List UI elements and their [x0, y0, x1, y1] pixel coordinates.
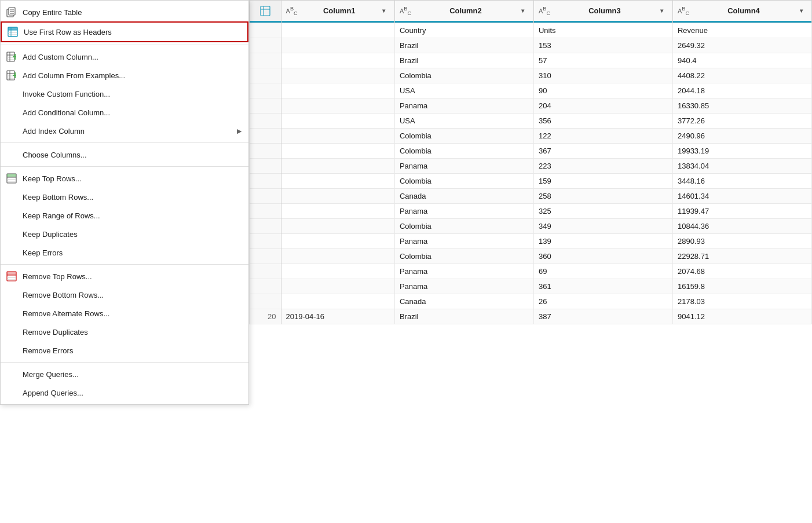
no-icon [5, 191, 18, 203]
menu-separator [1, 166, 248, 167]
table-cell: 2178.03 [672, 294, 811, 309]
menu-item-keep-range-rows[interactable]: Keep Range of Rows... [1, 206, 248, 225]
table-cell: 361 [533, 279, 672, 294]
table-cell: 159 [533, 174, 672, 189]
menu-item-remove-errors[interactable]: Remove Errors [1, 341, 248, 360]
row-num [250, 249, 281, 264]
menu-item-keep-top-rows[interactable]: Keep Top Rows... [1, 169, 248, 188]
table-row: USA3563772.26 [250, 114, 812, 129]
menu-label-keep-top-rows: Keep Top Rows... [23, 174, 242, 183]
col-header-col4: ABC Column4 ▾ [672, 1, 811, 23]
table-row: Colombia1593448.16 [250, 174, 812, 189]
col2-type: ABC [400, 6, 411, 16]
add-col-examples-icon [5, 69, 18, 82]
menu-separator [1, 264, 248, 265]
menu-item-invoke-custom-fn[interactable]: Invoke Custom Function... [1, 85, 248, 103]
svg-rect-26 [7, 174, 16, 177]
menu-label-remove-bottom-rows: Remove Bottom Rows... [23, 291, 242, 299]
col-header-col1: ABC Column1 ▾ [281, 1, 394, 23]
table-cell [281, 204, 394, 219]
menu-label-add-custom-col: Add Custom Column... [23, 53, 242, 61]
menu-item-copy-table[interactable]: Copy Entire Table [1, 3, 248, 21]
menu-item-keep-bottom-rows[interactable]: Keep Bottom Rows... [1, 188, 248, 206]
no-icon [5, 106, 18, 119]
table-cell [281, 83, 394, 98]
menu-item-remove-bottom-rows[interactable]: Remove Bottom Rows... [1, 286, 248, 304]
table-row: Brazil57940.4 [250, 53, 812, 68]
menu-item-keep-duplicates[interactable]: Keep Duplicates [1, 225, 248, 243]
menu-label-append-queries: Append Queries... [23, 389, 242, 397]
menu-label-keep-errors: Keep Errors [23, 248, 242, 257]
menu-label-merge-queries: Merge Queries... [23, 370, 242, 379]
menu-label-copy-table: Copy Entire Table [23, 8, 242, 17]
menu-label-add-index-col: Add Index Column [23, 127, 237, 136]
table-cell [281, 174, 394, 189]
row-num [250, 264, 281, 279]
table-cell: 204 [533, 98, 672, 114]
col-header-col2: ABC Column2 ▾ [394, 1, 533, 23]
table-cell: 9041.12 [672, 309, 811, 324]
col2-dropdown[interactable]: ▾ [517, 5, 529, 17]
no-icon [5, 344, 18, 357]
menu-item-remove-duplicates[interactable]: Remove Duplicates [1, 323, 248, 341]
menu-item-add-col-examples[interactable]: Add Column From Examples... [1, 66, 248, 85]
menu-separator [1, 362, 248, 363]
table-cell: Colombia [394, 174, 533, 189]
table-cell: 325 [533, 204, 672, 219]
table-cell [281, 264, 394, 279]
table-cell: Canada [394, 294, 533, 309]
menu-item-merge-queries[interactable]: Merge Queries... [1, 365, 248, 383]
table-row: Brazil1532649.32 [250, 38, 812, 53]
table-cell [281, 189, 394, 204]
menu-item-add-conditional-col[interactable]: Add Conditional Column... [1, 103, 248, 122]
table-row: Colombia1222490.96 [250, 129, 812, 144]
menu-label-use-first-row: Use First Row as Headers [24, 28, 240, 36]
col-header-col3: ABC Column3 ▾ [533, 1, 672, 23]
table-row: Panama32511939.47 [250, 204, 812, 219]
menu-label-invoke-custom-fn: Invoke Custom Function... [23, 90, 242, 98]
menu-item-remove-top-rows[interactable]: Remove Top Rows... [1, 267, 248, 286]
menu-label-choose-cols: Choose Columns... [23, 151, 242, 159]
table-cell: 19933.19 [672, 144, 811, 159]
table-cell: Units [533, 23, 672, 38]
col3-dropdown[interactable]: ▾ [656, 5, 668, 17]
table-cell: 26 [533, 294, 672, 309]
table-cell [281, 68, 394, 83]
table-row: Colombia36719933.19 [250, 144, 812, 159]
svg-rect-35 [261, 6, 270, 16]
table-cell: Canada [394, 189, 533, 204]
menu-item-keep-errors[interactable]: Keep Errors [1, 243, 248, 262]
table-cell: 2074.68 [672, 264, 811, 279]
table-row: Colombia3104408.22 [250, 68, 812, 83]
table-row: Colombia36022928.71 [250, 249, 812, 264]
row-num [250, 204, 281, 219]
table-cell [281, 249, 394, 264]
data-table-wrapper: ABC Column1 ▾ ABC Column2 ▾ [249, 0, 812, 523]
no-icon [5, 209, 18, 222]
table-row: Panama22313834.04 [250, 159, 812, 174]
col-header-rownum [250, 1, 281, 23]
table-cell: 258 [533, 189, 672, 204]
row-num [250, 23, 281, 38]
menu-label-keep-range-rows: Keep Range of Rows... [23, 211, 242, 220]
table-cell: 2490.96 [672, 129, 811, 144]
menu-item-choose-cols[interactable]: Choose Columns... [1, 145, 248, 164]
table-cell: 223 [533, 159, 672, 174]
table-cell: 367 [533, 144, 672, 159]
menu-item-append-queries[interactable]: Append Queries... [1, 383, 248, 402]
menu-item-add-custom-col[interactable]: Add Custom Column... [1, 47, 248, 66]
row-num [250, 129, 281, 144]
no-icon [5, 368, 18, 381]
table-row: Panama1392890.93 [250, 234, 812, 249]
table-cell [281, 279, 394, 294]
menu-item-remove-alternate-rows[interactable]: Remove Alternate Rows... [1, 304, 248, 323]
col1-dropdown[interactable]: ▾ [378, 5, 390, 17]
table-cell: 2890.93 [672, 234, 811, 249]
menu-label-remove-alternate-rows: Remove Alternate Rows... [23, 309, 242, 318]
menu-item-add-index-col[interactable]: Add Index Column▶ [1, 122, 248, 140]
table-cell [281, 144, 394, 159]
menu-item-use-first-row[interactable]: Use First Row as Headers [1, 21, 248, 42]
col4-dropdown[interactable]: ▾ [795, 5, 807, 17]
row-num [250, 144, 281, 159]
table-cell: 356 [533, 114, 672, 129]
